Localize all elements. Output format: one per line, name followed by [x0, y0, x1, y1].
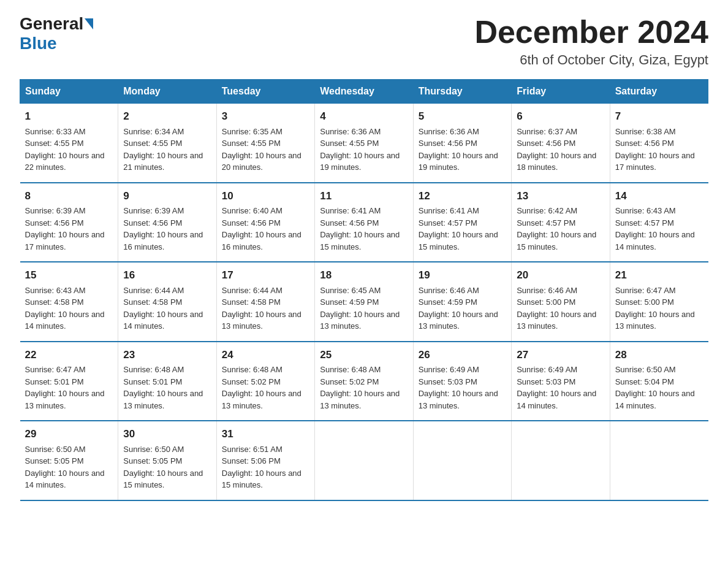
calendar-day-cell: 29 Sunrise: 6:50 AMSunset: 5:05 PMDaylig…	[20, 421, 118, 500]
day-info: Sunrise: 6:41 AMSunset: 4:56 PMDaylight:…	[320, 206, 400, 251]
day-info: Sunrise: 6:51 AMSunset: 5:06 PMDaylight:…	[222, 445, 301, 490]
day-info: Sunrise: 6:44 AMSunset: 4:58 PMDaylight:…	[222, 286, 301, 331]
day-number: 15	[25, 267, 113, 283]
calendar-day-cell: 14 Sunrise: 6:43 AMSunset: 4:57 PMDaylig…	[610, 183, 708, 262]
day-number: 22	[25, 347, 113, 363]
calendar-day-cell: 31 Sunrise: 6:51 AMSunset: 5:06 PMDaylig…	[216, 421, 314, 500]
day-info: Sunrise: 6:50 AMSunset: 5:05 PMDaylight:…	[25, 445, 105, 490]
calendar-day-cell: 24 Sunrise: 6:48 AMSunset: 5:02 PMDaylig…	[216, 342, 314, 421]
day-info: Sunrise: 6:37 AMSunset: 4:56 PMDaylight:…	[517, 127, 596, 172]
day-info: Sunrise: 6:49 AMSunset: 5:03 PMDaylight:…	[517, 365, 596, 410]
calendar-day-cell	[315, 421, 413, 500]
day-number: 21	[615, 267, 703, 283]
day-info: Sunrise: 6:41 AMSunset: 4:57 PMDaylight:…	[419, 206, 498, 251]
calendar-day-cell: 30 Sunrise: 6:50 AMSunset: 5:05 PMDaylig…	[118, 421, 216, 500]
day-info: Sunrise: 6:33 AMSunset: 4:55 PMDaylight:…	[25, 127, 105, 172]
day-info: Sunrise: 6:48 AMSunset: 5:02 PMDaylight:…	[222, 365, 301, 410]
page-header: General Blue December 2024 6th of Octobe…	[20, 15, 708, 68]
col-header-thursday: Thursday	[413, 80, 511, 104]
col-header-wednesday: Wednesday	[315, 80, 413, 104]
calendar-day-cell: 21 Sunrise: 6:47 AMSunset: 5:00 PMDaylig…	[610, 262, 708, 342]
day-number: 24	[222, 347, 309, 363]
calendar-day-cell: 25 Sunrise: 6:48 AMSunset: 5:02 PMDaylig…	[315, 342, 413, 421]
day-info: Sunrise: 6:42 AMSunset: 4:57 PMDaylight:…	[517, 206, 596, 251]
col-header-friday: Friday	[512, 80, 610, 104]
day-number: 11	[320, 188, 408, 204]
calendar-day-cell: 4 Sunrise: 6:36 AMSunset: 4:55 PMDayligh…	[315, 104, 413, 183]
day-info: Sunrise: 6:39 AMSunset: 4:56 PMDaylight:…	[25, 206, 105, 251]
day-info: Sunrise: 6:44 AMSunset: 4:58 PMDaylight:…	[123, 286, 203, 331]
calendar-day-cell: 9 Sunrise: 6:39 AMSunset: 4:56 PMDayligh…	[118, 183, 216, 262]
day-info: Sunrise: 6:50 AMSunset: 5:05 PMDaylight:…	[123, 445, 203, 490]
day-number: 18	[320, 267, 408, 283]
calendar-day-cell: 28 Sunrise: 6:50 AMSunset: 5:04 PMDaylig…	[610, 342, 708, 421]
calendar-subtitle: 6th of October City, Giza, Egypt	[474, 52, 708, 68]
day-number: 17	[222, 267, 309, 283]
calendar-day-cell: 1 Sunrise: 6:33 AMSunset: 4:55 PMDayligh…	[20, 104, 118, 183]
day-info: Sunrise: 6:43 AMSunset: 4:58 PMDaylight:…	[25, 286, 105, 331]
day-info: Sunrise: 6:46 AMSunset: 4:59 PMDaylight:…	[419, 286, 498, 331]
day-info: Sunrise: 6:36 AMSunset: 4:56 PMDaylight:…	[419, 127, 498, 172]
col-header-saturday: Saturday	[610, 80, 708, 104]
day-number: 12	[419, 188, 506, 204]
day-number: 23	[123, 347, 211, 363]
logo-general: General	[20, 15, 83, 34]
calendar-day-cell: 19 Sunrise: 6:46 AMSunset: 4:59 PMDaylig…	[413, 262, 511, 342]
day-info: Sunrise: 6:43 AMSunset: 4:57 PMDaylight:…	[615, 206, 695, 251]
logo-arrow-icon	[85, 18, 93, 29]
day-number: 2	[123, 109, 211, 124]
day-number: 9	[123, 188, 211, 204]
calendar-day-cell	[413, 421, 511, 500]
day-number: 20	[517, 267, 604, 283]
calendar-day-cell	[610, 421, 708, 500]
day-number: 1	[25, 109, 113, 124]
calendar-title: December 2024	[474, 15, 708, 50]
calendar-day-cell: 23 Sunrise: 6:48 AMSunset: 5:01 PMDaylig…	[118, 342, 216, 421]
day-number: 16	[123, 267, 211, 283]
day-info: Sunrise: 6:40 AMSunset: 4:56 PMDaylight:…	[222, 206, 301, 251]
logo-blue: Blue	[20, 34, 57, 53]
calendar-week-row: 29 Sunrise: 6:50 AMSunset: 5:05 PMDaylig…	[20, 421, 708, 500]
calendar-day-cell: 7 Sunrise: 6:38 AMSunset: 4:56 PMDayligh…	[610, 104, 708, 183]
day-number: 27	[517, 347, 604, 363]
day-number: 31	[222, 426, 309, 442]
calendar-day-cell: 10 Sunrise: 6:40 AMSunset: 4:56 PMDaylig…	[216, 183, 314, 262]
calendar-day-cell: 3 Sunrise: 6:35 AMSunset: 4:55 PMDayligh…	[216, 104, 314, 183]
calendar-day-cell: 16 Sunrise: 6:44 AMSunset: 4:58 PMDaylig…	[118, 262, 216, 342]
day-info: Sunrise: 6:46 AMSunset: 5:00 PMDaylight:…	[517, 286, 596, 331]
day-info: Sunrise: 6:45 AMSunset: 4:59 PMDaylight:…	[320, 286, 400, 331]
day-number: 6	[517, 109, 604, 124]
calendar-day-cell	[512, 421, 610, 500]
calendar-day-cell: 22 Sunrise: 6:47 AMSunset: 5:01 PMDaylig…	[20, 342, 118, 421]
col-header-sunday: Sunday	[20, 80, 118, 104]
day-number: 19	[419, 267, 506, 283]
calendar-day-cell: 20 Sunrise: 6:46 AMSunset: 5:00 PMDaylig…	[512, 262, 610, 342]
calendar-table: Sunday Monday Tuesday Wednesday Thursday…	[20, 79, 708, 501]
calendar-week-row: 1 Sunrise: 6:33 AMSunset: 4:55 PMDayligh…	[20, 104, 708, 183]
day-info: Sunrise: 6:49 AMSunset: 5:03 PMDaylight:…	[419, 365, 498, 410]
day-number: 10	[222, 188, 309, 204]
day-number: 29	[25, 426, 113, 442]
calendar-day-cell: 13 Sunrise: 6:42 AMSunset: 4:57 PMDaylig…	[512, 183, 610, 262]
calendar-day-cell: 26 Sunrise: 6:49 AMSunset: 5:03 PMDaylig…	[413, 342, 511, 421]
day-info: Sunrise: 6:50 AMSunset: 5:04 PMDaylight:…	[615, 365, 695, 410]
day-number: 30	[123, 426, 211, 442]
calendar-header-row: Sunday Monday Tuesday Wednesday Thursday…	[20, 80, 708, 104]
day-info: Sunrise: 6:39 AMSunset: 4:56 PMDaylight:…	[123, 206, 203, 251]
calendar-week-row: 22 Sunrise: 6:47 AMSunset: 5:01 PMDaylig…	[20, 342, 708, 421]
day-number: 7	[615, 109, 703, 124]
day-number: 14	[615, 188, 703, 204]
day-number: 25	[320, 347, 408, 363]
calendar-day-cell: 11 Sunrise: 6:41 AMSunset: 4:56 PMDaylig…	[315, 183, 413, 262]
calendar-day-cell: 12 Sunrise: 6:41 AMSunset: 4:57 PMDaylig…	[413, 183, 511, 262]
day-number: 26	[419, 347, 506, 363]
day-info: Sunrise: 6:48 AMSunset: 5:01 PMDaylight:…	[123, 365, 203, 410]
title-block: December 2024 6th of October City, Giza,…	[474, 15, 708, 68]
day-number: 3	[222, 109, 309, 124]
calendar-day-cell: 15 Sunrise: 6:43 AMSunset: 4:58 PMDaylig…	[20, 262, 118, 342]
day-number: 28	[615, 347, 703, 363]
day-number: 8	[25, 188, 113, 204]
calendar-week-row: 8 Sunrise: 6:39 AMSunset: 4:56 PMDayligh…	[20, 183, 708, 262]
day-info: Sunrise: 6:38 AMSunset: 4:56 PMDaylight:…	[615, 127, 695, 172]
calendar-day-cell: 8 Sunrise: 6:39 AMSunset: 4:56 PMDayligh…	[20, 183, 118, 262]
